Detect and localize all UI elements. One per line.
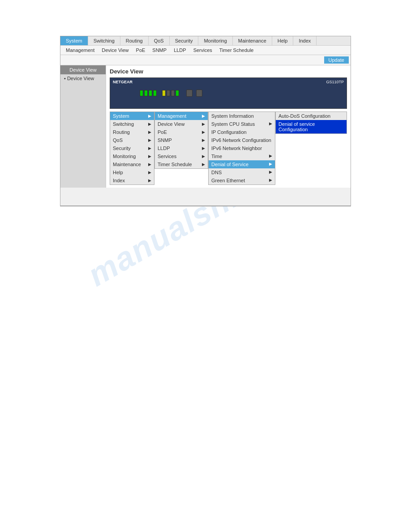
l1-security-label: Security — [113, 146, 131, 151]
port-3 — [149, 90, 152, 96]
page-title: Device View — [110, 68, 347, 75]
l3-green-ethernet[interactable]: Green Ethernet ▶ — [209, 176, 275, 184]
l3-system-info[interactable]: System Information — [209, 112, 275, 120]
l3-cpu-status[interactable]: System CPU Status ▶ — [209, 120, 275, 128]
nav-help[interactable]: Help — [272, 36, 294, 45]
l1-system[interactable]: System ▶ — [110, 112, 154, 120]
l1-monitoring[interactable]: Monitoring ▶ — [110, 152, 154, 160]
l1-index-arrow: ▶ — [148, 178, 151, 183]
l2-services-label: Services — [158, 154, 176, 159]
l1-switching[interactable]: Switching ▶ — [110, 120, 154, 128]
l3-time-arrow: ▶ — [269, 154, 272, 159]
port-5 — [162, 90, 166, 96]
l1-security-arrow: ▶ — [148, 146, 151, 150]
l2-lldp[interactable]: LLDP ▶ — [155, 144, 208, 152]
l3-green-ethernet-label: Green Ethernet — [211, 178, 245, 183]
l4-dos-config[interactable]: Denial of service Configuration — [276, 120, 347, 133]
port-6 — [167, 90, 170, 96]
l2-services[interactable]: Services ▶ — [155, 152, 208, 160]
menu-overlay: System ▶ Switching ▶ Routing ▶ QoS — [110, 112, 347, 185]
l3-time-label: Time — [211, 154, 222, 159]
main-content: Device View NETGEAR GS110TP — [106, 65, 351, 188]
l2-lldp-arrow: ▶ — [202, 146, 205, 150]
menu-l2: Management ▶ Device View ▶ PoE ▶ SNMP — [154, 112, 208, 169]
subnav-services[interactable]: Services — [190, 47, 216, 54]
l1-qos[interactable]: QoS ▶ — [110, 136, 154, 144]
update-button[interactable]: Update — [324, 56, 349, 64]
l1-index[interactable]: Index ▶ — [110, 176, 154, 184]
menu-l3: System Information System CPU Status ▶ I… — [208, 112, 275, 185]
l3-dns-arrow: ▶ — [269, 170, 272, 175]
l3-cpu-status-label: System CPU Status — [211, 121, 255, 127]
l2-device-view[interactable]: Device View ▶ — [155, 120, 208, 128]
l1-switching-label: Switching — [113, 121, 134, 127]
nav-routing[interactable]: Routing — [120, 36, 149, 45]
l1-maintenance-arrow: ▶ — [148, 162, 151, 167]
l3-dos-arrow: ▶ — [269, 162, 272, 167]
subnav-timer-schedule[interactable]: Timer Schedule — [216, 47, 257, 54]
l3-dns[interactable]: DNS ▶ — [209, 168, 275, 176]
subnav-management[interactable]: Management — [62, 47, 98, 54]
l1-monitoring-arrow: ▶ — [148, 154, 151, 159]
subnav-device-view[interactable]: Device View — [98, 47, 132, 54]
menu-l4: Auto-DoS Configuration Denial of service… — [275, 112, 347, 134]
nav-index[interactable]: Index — [293, 36, 317, 45]
nav-system[interactable]: System — [60, 36, 88, 45]
l3-cpu-status-arrow: ▶ — [269, 121, 272, 127]
port-area — [140, 90, 202, 97]
l1-routing-label: Routing — [113, 129, 130, 135]
nav-monitoring[interactable]: Monitoring — [198, 36, 232, 45]
l1-maintenance-label: Maintenance — [113, 162, 141, 167]
l3-time[interactable]: Time ▶ — [209, 152, 275, 160]
sidebar-header: Device View — [60, 65, 106, 74]
nav-security[interactable]: Security — [170, 36, 199, 45]
l1-system-arrow: ▶ — [148, 114, 151, 118]
l2-timer-schedule[interactable]: Timer Schedule ▶ — [155, 160, 208, 168]
l3-ip-config[interactable]: IP Configuration — [209, 128, 275, 136]
l3-dos[interactable]: Denial of Service ▶ — [209, 160, 275, 168]
l3-ipv6-neighbor[interactable]: IPv6 Network Neighbor — [209, 144, 275, 152]
l1-routing[interactable]: Routing ▶ — [110, 128, 154, 136]
l2-services-arrow: ▶ — [202, 154, 205, 159]
l2-timer-schedule-label: Timer Schedule — [158, 162, 192, 167]
l2-snmp[interactable]: SNMP ▶ — [155, 136, 208, 144]
subnav-poe[interactable]: PoE — [133, 47, 149, 54]
subnav-lldp[interactable]: LLDP — [170, 47, 190, 54]
l1-switching-arrow: ▶ — [148, 122, 151, 126]
port-7 — [171, 90, 175, 96]
port-8 — [176, 90, 179, 96]
l2-snmp-label: SNMP — [158, 137, 172, 143]
l4-auto-dos[interactable]: Auto-DoS Configuration — [276, 112, 347, 120]
l2-poe-arrow: ▶ — [202, 130, 205, 134]
l1-maintenance[interactable]: Maintenance ▶ — [110, 160, 154, 168]
sidebar: Device View Device View — [60, 65, 106, 188]
sidebar-item-device-view[interactable]: Device View — [60, 74, 106, 82]
l2-poe[interactable]: PoE ▶ — [155, 128, 208, 136]
l2-management[interactable]: Management ▶ — [155, 112, 208, 120]
l2-device-view-arrow: ▶ — [202, 122, 205, 126]
port-1 — [140, 90, 143, 96]
l2-lldp-label: LLDP — [158, 146, 170, 151]
l3-ipv6-network-config[interactable]: IPv6 Network Configuration — [209, 136, 275, 144]
nav-qos[interactable]: QoS — [149, 36, 170, 45]
port-9f — [186, 90, 193, 97]
l2-snmp-arrow: ▶ — [202, 138, 205, 142]
l1-security[interactable]: Security ▶ — [110, 144, 154, 152]
l1-help[interactable]: Help ▶ — [110, 168, 154, 176]
content-area: Device View Device View Device View NETG… — [60, 65, 351, 188]
menu-row: System ▶ Switching ▶ Routing ▶ QoS — [110, 112, 347, 185]
port-4 — [153, 90, 157, 96]
subnav-snmp[interactable]: SNMP — [149, 47, 170, 54]
l1-qos-arrow: ▶ — [148, 138, 151, 142]
model-label: GS110TP — [326, 80, 344, 84]
l3-dns-label: DNS — [211, 170, 222, 175]
nav-switching[interactable]: Switching — [88, 36, 120, 45]
l1-qos-label: QoS — [113, 137, 123, 143]
nav-maintenance[interactable]: Maintenance — [233, 36, 272, 45]
l1-system-label: System — [113, 113, 129, 119]
brand-label: NETGEAR — [113, 80, 133, 84]
l1-monitoring-label: Monitoring — [113, 154, 136, 159]
l3-dos-label: Denial of Service — [211, 162, 248, 167]
update-row: Update — [60, 55, 351, 65]
port-10f — [196, 90, 202, 97]
